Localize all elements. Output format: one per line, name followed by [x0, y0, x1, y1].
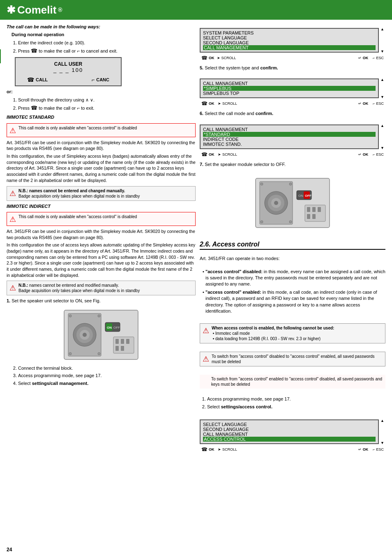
call-user-title: CALL USER	[21, 61, 116, 67]
svg-point-11	[98, 315, 100, 317]
immotec-indirect-body-p2: In this configuration the use of access …	[7, 242, 196, 278]
screen4-btn-left: ☎ OK ➤ SCROLL	[201, 447, 237, 452]
screen2-line2-highlighted: *SIMPLEBUS	[203, 86, 376, 91]
nb-icon-1: ⚠	[9, 189, 16, 199]
section-access-control-heading: 2.6. Access control	[200, 241, 385, 250]
scroll-label-s3: SCROLL	[222, 152, 237, 157]
during-normal-heading: During normal operation	[12, 32, 64, 37]
phone-icon-s1: ☎	[201, 55, 208, 61]
ok-label2-s4: OK	[363, 447, 369, 451]
access-intro: Art. 3451/FR can operate in two modes:	[200, 256, 385, 262]
esc-bracket-s2: ⌐	[373, 101, 375, 106]
screen2-btn-left: ☎ OK ➤ SCROLL	[201, 101, 237, 106]
scroll-arrow-s3: ➤	[218, 152, 221, 157]
access-step-1: Access programming mode, see page 17.	[207, 396, 385, 402]
svg-point-12	[69, 352, 71, 355]
nb-box-1: ⚠ N.B.: names cannot be entered and chan…	[7, 186, 196, 201]
screen4-line4-highlighted: ACCESS CONTROL	[203, 437, 376, 442]
esc-bracket-s4: ⌐	[373, 447, 375, 451]
screen4-line3: CALL MANAGEMENT	[203, 432, 376, 437]
screen4-container: SELECT LANGUAGE SECOND LANGUAGE CALL MAN…	[200, 417, 385, 453]
svg-point-25	[274, 201, 278, 205]
or-steps-list: Scroll through the directory using ∧ ∨. …	[18, 97, 196, 112]
left-column: The call can be made in the following wa…	[7, 24, 196, 453]
svg-point-33	[289, 221, 292, 223]
bullet1-label: "access control" disabled:	[205, 269, 263, 274]
svg-point-31	[289, 183, 292, 185]
enter-icon-s2: ↵	[358, 101, 362, 106]
screen1-btn-right: ↵ OK ⌐ ESC	[358, 55, 384, 61]
esc-bracket-s3: ⌐	[373, 152, 375, 157]
enter-icon-s3: ↵	[358, 152, 362, 157]
screen2-container: CALL MANAGEMENT *SIMPLEBUS SIMPLEBUS TOP…	[200, 76, 385, 107]
scroll-label-s4: SCROLL	[222, 447, 237, 451]
nb-text-2: N.B.: names cannot be entered and modifi…	[18, 283, 140, 293]
canc-label: CANC	[96, 77, 109, 82]
normal-step-1: Enter the indirect code (e.g. 100).	[18, 40, 196, 46]
screen2-box: CALL MANAGEMENT *SIMPLEBUS SIMPLEBUS TOP	[200, 78, 379, 98]
svg-rect-36	[312, 207, 316, 212]
screen3-with-arrows: CALL MANAGEMENT *STANDARD INDIRECT CODE …	[200, 124, 385, 150]
screen2-buttons: ☎ OK ➤ SCROLL ↵ OK ⌐ ESC	[201, 101, 384, 106]
en-language-tab: EN	[0, 49, 1, 63]
phone-icon-s4: ☎	[201, 447, 208, 452]
warning-ac2: ⚠ To switch from "access control" disabl…	[200, 352, 385, 366]
step6-text: 6. Select the call mode and confirm.	[200, 111, 385, 117]
access-steps: Access programming mode, see page 17. Se…	[207, 396, 385, 411]
screen4-buttons: ☎ OK ➤ SCROLL ↵ OK ⌐ ESC	[201, 447, 384, 452]
or-step-1: Scroll through the directory using ∧ ∨.	[18, 97, 196, 103]
screen1-buttons: ☎ OK ➤ SCROLL ↵ OK ⌐ ESC	[201, 55, 384, 61]
warning-box-2: ⚠ This call mode is only available when …	[7, 212, 196, 226]
scroll-label-s2: SCROLL	[222, 101, 237, 106]
warn-ac1-text: When access control is enabled, the foll…	[212, 325, 334, 341]
svg-rect-19	[121, 346, 124, 351]
screen3-buttons: ☎ OK ➤ SCROLL ↵ OK ⌐ ESC	[201, 152, 384, 157]
screen4-line2: SECOND LANGUAGE	[203, 427, 376, 432]
step-4: Select settings/call management.	[18, 380, 196, 387]
phone-icon-s3: ☎	[201, 152, 208, 157]
screen4-box: SELECT LANGUAGE SECOND LANGUAGE CALL MAN…	[200, 419, 379, 444]
scroll-arrow-s4: ➤	[218, 447, 221, 451]
scroll-arrow-s1: ➤	[217, 56, 220, 60]
intro-bold-italic: The call can be made in the following wa…	[7, 24, 100, 29]
screen4-line1: SELECT LANGUAGE	[203, 422, 376, 427]
svg-rect-37	[318, 207, 321, 212]
nb-text-1: N.B.: names cannot be entered and change…	[18, 188, 140, 199]
svg-text:ON: ON	[298, 194, 303, 198]
screen3-line1: CALL MANAGEMENT	[203, 127, 376, 132]
arrow-up-4: ▲	[380, 419, 385, 423]
scroll-label-s1: SCROLL	[221, 56, 236, 60]
enter-icon-s1: ↵	[358, 56, 362, 60]
warn-ac1-icon: ⚠	[203, 326, 209, 341]
call-user-code: _ _ _ 100	[21, 67, 116, 73]
warning-text-2: This call mode is only available when "a…	[18, 214, 137, 224]
svg-rect-18	[115, 346, 119, 351]
step-2: Connect the terminal block.	[18, 365, 196, 371]
esc-label-s1: ESC	[376, 56, 384, 60]
arrow-down-2: ▼	[380, 95, 385, 99]
ok-label2-s2: OK	[363, 101, 369, 106]
svg-point-32	[261, 221, 263, 223]
svg-point-10	[69, 315, 71, 317]
warn-ac3-text: To switch from "access control" enabled …	[211, 376, 383, 387]
right-column: SYSTEM PARAMETERS SELECT LANGUAGE SECOND…	[200, 24, 385, 453]
immotec-indirect-body-p1: Art. 3451/FR can be used in conjunction …	[7, 228, 196, 240]
arrow-up-3: ▲	[380, 124, 385, 128]
normal-step-2: Press ☎ to make the call or ⌐ to cancel …	[18, 47, 196, 55]
warning-icon-2: ⚠	[9, 215, 16, 224]
nb-box-2: ⚠ N.B.: names cannot be entered and modi…	[7, 281, 196, 295]
ok-label-s2: OK	[209, 101, 214, 106]
screen2-arrows: ▲ ▼	[380, 78, 385, 99]
immotec-standard-body-p2: In this configuration, the use of Simple…	[7, 153, 196, 183]
nb-icon-2: ⚠	[9, 283, 16, 293]
call-label: CALL	[36, 77, 48, 82]
enter-icon-s4: ↵	[358, 447, 362, 451]
logo-star: ✱	[7, 4, 16, 16]
ok-label-s4: OK	[209, 447, 214, 451]
step1-speaker-text: 1. Set the speaker unit selector to ON, …	[7, 298, 196, 304]
page-number: 24	[7, 547, 12, 553]
arrow-up-1: ▲	[380, 27, 385, 31]
normal-steps-list: Enter the indirect code (e.g. 100). Pres…	[18, 40, 196, 55]
svg-text:OFF: OFF	[305, 194, 311, 198]
screen3-line3: INDIRECT CODE	[203, 137, 376, 142]
